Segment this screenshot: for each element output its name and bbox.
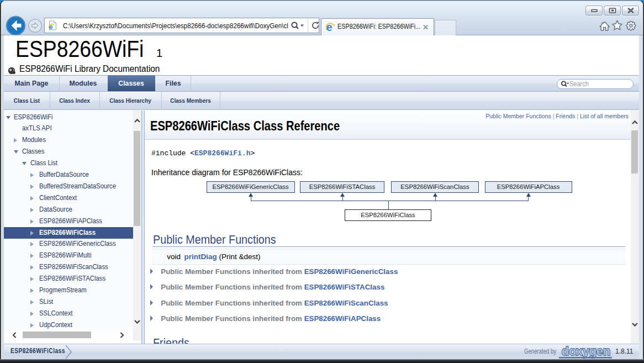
- svg-text:doxygen: doxygen: [562, 345, 610, 358]
- svg-text:e: e: [326, 23, 332, 32]
